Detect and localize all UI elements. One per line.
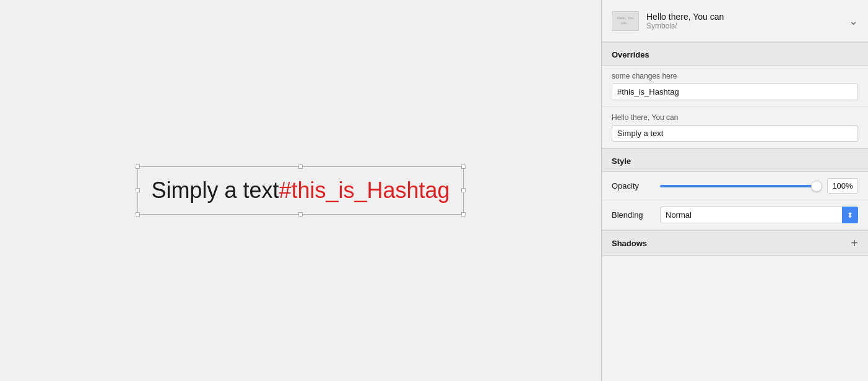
field-2-label: Hello there, You can	[612, 113, 858, 122]
handle-bottom-right[interactable]	[461, 212, 466, 216]
symbol-info: Hello there, You can Symbols/	[646, 12, 724, 30]
shadows-section: Shadows +	[602, 230, 868, 256]
opacity-slider-thumb[interactable]	[811, 181, 822, 192]
opacity-label: Opacity	[612, 181, 654, 191]
handle-top-left[interactable]	[136, 165, 140, 169]
shadows-title: Shadows	[612, 239, 647, 248]
chevron-down-icon[interactable]: ⌄	[849, 14, 858, 28]
overrides-title: Overrides	[612, 50, 649, 59]
handle-bottom-left[interactable]	[136, 212, 140, 216]
shadows-header: Shadows +	[602, 230, 868, 256]
right-panel: Hello, You can... Hello there, You can S…	[602, 0, 868, 381]
canvas-text-plain: Simply a text	[151, 178, 279, 203]
override-field-1: some changes here	[602, 66, 868, 107]
opacity-value-input[interactable]	[827, 178, 858, 194]
symbol-path: Symbols/	[646, 22, 724, 30]
blending-row: Blending Normal Multiply Screen Overlay …	[602, 200, 868, 230]
override-field-2: Hello there, You can	[602, 107, 868, 148]
style-title: Style	[612, 156, 631, 166]
handle-top-right[interactable]	[461, 165, 466, 169]
blending-select-wrapper: Normal Multiply Screen Overlay Darken Li…	[660, 207, 858, 223]
symbol-thumbnail: Hello, You can...	[612, 11, 639, 31]
symbol-header[interactable]: Hello, You can... Hello there, You can S…	[602, 0, 868, 42]
selected-text-element[interactable]: Simply a text#this_is_Hashtag	[144, 173, 457, 208]
opacity-row: Opacity	[602, 172, 868, 200]
symbol-header-left: Hello, You can... Hello there, You can S…	[612, 11, 724, 31]
field-1-input[interactable]	[612, 83, 858, 100]
field-2-input[interactable]	[612, 125, 858, 142]
handle-middle-left[interactable]	[136, 188, 140, 192]
opacity-slider-container[interactable]	[660, 180, 821, 192]
symbol-title: Hello there, You can	[646, 12, 724, 22]
blending-select[interactable]: Normal Multiply Screen Overlay Darken Li…	[660, 207, 858, 223]
field-1-label: some changes here	[612, 72, 858, 80]
blending-label: Blending	[612, 210, 654, 220]
handle-bottom-middle[interactable]	[298, 212, 303, 216]
handle-middle-right[interactable]	[461, 188, 466, 192]
overrides-section-header: Overrides	[602, 42, 868, 66]
opacity-slider-track	[660, 185, 821, 187]
canvas-text-hashtag: #this_is_Hashtag	[279, 178, 449, 203]
canvas-area: Simply a text#this_is_Hashtag	[0, 0, 601, 381]
handle-top-middle[interactable]	[298, 165, 303, 169]
canvas-text: Simply a text#this_is_Hashtag	[144, 173, 457, 208]
style-section-header: Style	[602, 148, 868, 172]
add-shadow-button[interactable]: +	[851, 237, 858, 249]
